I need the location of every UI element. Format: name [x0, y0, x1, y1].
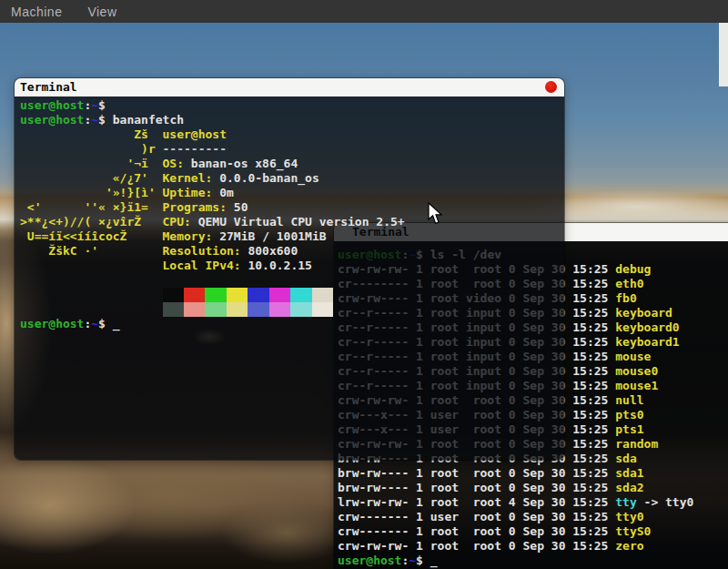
- terminal-row: user@host:~$ _: [338, 554, 728, 568]
- terminal-row: '¬ï OS: banan-os x86_64: [20, 157, 564, 171]
- wallpaper-highlight: [719, 23, 728, 86]
- terminal-row: [20, 302, 564, 317]
- color-swatch: [205, 302, 226, 317]
- terminal1-title: Terminal: [20, 80, 77, 94]
- terminal-row: crw------- 1 root root 0 Sep 30 15:25 tt…: [338, 524, 728, 539]
- terminal-row: [20, 288, 564, 302]
- terminal-row: '»!}[ì' Uptime: 0m: [20, 186, 564, 200]
- color-swatch: [312, 288, 333, 302]
- terminal-row: user@host:~$ _: [20, 317, 564, 331]
- terminal-row: Local IPv4: 10.0.2.15: [20, 259, 564, 273]
- mouse-cursor: [428, 202, 443, 226]
- vm-screen: Machine View Terminal user@host:~$ ls -l…: [0, 0, 728, 569]
- color-swatch: [163, 302, 184, 317]
- terminal-row: >**¿<+)//( ×¿vîrŽ CPU: QEMU Virtual CPU …: [20, 215, 564, 229]
- color-swatch: [227, 302, 248, 317]
- color-swatch: [290, 302, 311, 317]
- terminal-row: user@host:~$ bananfetch: [20, 113, 564, 127]
- color-swatch: [248, 288, 268, 302]
- terminal-row: brw-rw---- 1 root root 0 Sep 30 15:25 sd…: [338, 466, 728, 481]
- terminal1-titlebar[interactable]: Terminal: [15, 78, 564, 97]
- terminal-row: Zš user@host: [20, 127, 564, 142]
- terminal1-content[interactable]: user@host:~$user@host:~$ bananfetch Zš u…: [15, 97, 564, 460]
- terminal-window-foreground[interactable]: Terminal user@host:~$user@host:~$ bananf…: [15, 78, 564, 460]
- terminal-row: <' ''« ×}ï1= Programs: 50: [20, 200, 564, 215]
- terminal-row: crw------- 1 user root 0 Sep 30 15:25 tt…: [338, 510, 728, 524]
- terminal-row: )r ---------: [20, 142, 564, 157]
- color-swatch: [312, 302, 333, 317]
- terminal-row: [20, 273, 564, 288]
- terminal-row: «/¿7' Kernel: 0.0.0-banan_os: [20, 171, 564, 186]
- color-swatch: [227, 288, 248, 302]
- color-swatch: [163, 288, 184, 302]
- menu-view[interactable]: View: [87, 5, 116, 19]
- terminal-row: ŽškC ·' Resolution: 800x600: [20, 244, 564, 259]
- terminal-row: brw-rw---- 1 root root 0 Sep 30 15:25 sd…: [338, 481, 728, 495]
- terminal-row: crw-rw-rw- 1 root root 0 Sep 30 15:25 ze…: [338, 539, 728, 554]
- menu-machine[interactable]: Machine: [11, 5, 62, 19]
- color-swatch: [269, 288, 290, 302]
- color-swatch: [205, 288, 226, 302]
- color-swatch: [184, 302, 205, 317]
- color-swatch: [184, 288, 205, 302]
- color-swatch: [269, 302, 290, 317]
- close-button[interactable]: [545, 81, 557, 93]
- terminal-row: lrw-rw-rw- 1 root root 4 Sep 30 15:25 tt…: [338, 495, 728, 510]
- color-swatch: [248, 302, 268, 317]
- terminal-row: U==íï<<ííîcocŽ Memory: 27MiB / 1001MiB: [20, 229, 564, 244]
- terminal-row: user@host:~$: [20, 98, 564, 113]
- menu-bar: Machine View: [0, 0, 728, 23]
- color-swatch: [290, 288, 311, 302]
